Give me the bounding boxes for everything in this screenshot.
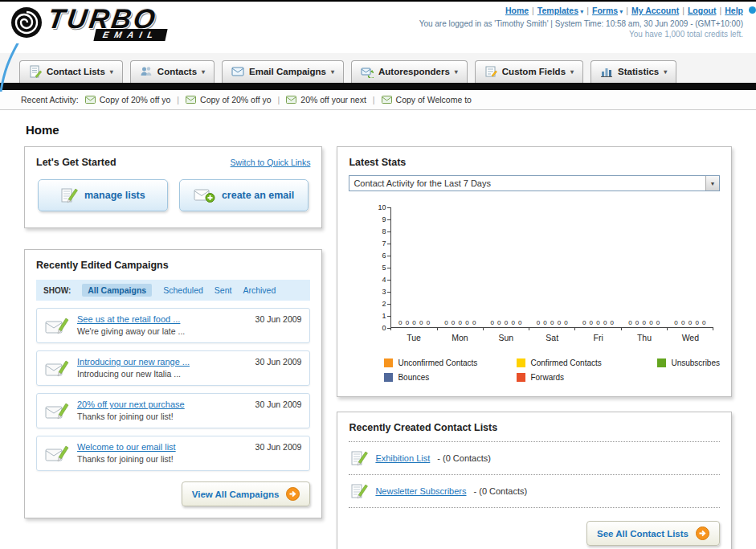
stats-panel: Latest Stats Contact Activity for the La… — [337, 146, 732, 397]
legend-item-bounces: Bounces — [384, 373, 517, 382]
contact-list-name-link[interactable]: Newsletter Subscribers — [375, 486, 466, 496]
recent-activity-item[interactable]: 20% off your next — [286, 95, 366, 104]
legend-item-forwards: Forwards — [517, 373, 657, 382]
nav-tab-contact-lists[interactable]: Contact Lists▾ — [19, 60, 123, 83]
campaign-row: 20% off your next purchaseThanks for joi… — [36, 393, 310, 428]
app-logo[interactable]: TURBO EMAIL — [10, 5, 210, 41]
legend-swatch — [384, 358, 393, 367]
top-link-forms[interactable]: Forms — [592, 6, 618, 15]
legend-item-confirmed-contacts: Confirmed Contacts — [517, 358, 657, 367]
campaign-title-link[interactable]: Welcome to our email list — [77, 442, 247, 452]
recent-activity-item[interactable]: Copy of Welcome to — [382, 95, 472, 104]
nav-tab-contacts[interactable]: Contacts▾ — [130, 60, 215, 83]
logo-subtitle: EMAIL — [93, 29, 167, 41]
stats-period-select[interactable]: Contact Activity for the Last 7 Days ▼ — [349, 175, 720, 191]
campaign-date: 30 Jun 2009 — [255, 357, 302, 379]
campaigns-panel: Recently Edited Campaigns SHOW: All Camp… — [24, 249, 322, 518]
campaign-tab-sent[interactable]: Sent — [215, 285, 232, 295]
orange-arrow-icon — [286, 487, 300, 501]
contact-list-items: Exhibition List- (0 Contacts)Newsletter … — [349, 441, 720, 508]
see-all-contact-lists-label: See All Contact Lists — [597, 529, 689, 539]
envelope-icon — [382, 96, 392, 104]
recent-activity-item[interactable]: Copy of 20% off yo — [85, 95, 171, 104]
legend-swatch — [517, 358, 525, 367]
envelope-icon — [186, 96, 196, 104]
campaign-row: Welcome to our email listThanks for join… — [36, 436, 310, 471]
recent-activity-item-label: Copy of 20% off yo — [200, 95, 272, 104]
x-axis-label: Tue — [390, 333, 436, 342]
chevron-down-icon: ▾ — [331, 68, 334, 76]
nav-tab-autoresponders[interactable]: Autoresponders▾ — [351, 60, 468, 83]
legend-swatch — [384, 373, 393, 382]
nav-tab-label: Custom Fields — [502, 67, 566, 76]
legend-label: Bounces — [398, 373, 429, 382]
email-edit-icon — [45, 357, 69, 379]
campaign-date: 30 Jun 2009 — [255, 399, 302, 421]
campaign-list: See us at the retail food ...We're givin… — [36, 308, 310, 471]
get-started-panel: Let's Get Started Switch to Quick Links … — [24, 146, 322, 228]
chevron-down-icon: ▾ — [202, 68, 205, 76]
pencil-paper-icon — [350, 449, 368, 467]
switch-quick-links-link[interactable]: Switch to Quick Links — [231, 158, 311, 167]
campaign-subtitle: Introducing our new Italia ... — [77, 369, 247, 379]
view-all-campaigns-button[interactable]: View All Campaigns — [182, 481, 311, 506]
stats-chart: 109876543210 0 0 0 0 00 0 0 0 00 0 0 0 0… — [349, 207, 720, 342]
envelope-plus-icon — [194, 187, 215, 203]
contact-list-row: Newsletter Subscribers- (0 Contacts) — [349, 475, 720, 508]
recent-activity-item-label: Copy of 20% off yo — [100, 95, 171, 104]
campaign-tab-archived[interactable]: Archived — [243, 285, 276, 295]
manage-lists-label: manage lists — [84, 190, 145, 201]
campaign-title-link[interactable]: Introducing our new range ... — [77, 357, 247, 367]
recent-activity-item[interactable]: Copy of 20% off yo — [186, 95, 272, 104]
recent-activity-item-label: Copy of Welcome to — [396, 95, 472, 104]
chart-value-group: 0 0 0 0 0 — [484, 319, 529, 326]
contacts-icon — [140, 65, 153, 78]
chevron-down-icon: ▼ — [705, 176, 719, 191]
nav-tab-label: Email Campaigns — [249, 67, 326, 76]
contact-lists-title: Recently Created Contact Lists — [349, 422, 720, 433]
top-link-my-account[interactable]: My Account — [631, 6, 679, 15]
nav-tab-label: Contacts — [157, 67, 197, 76]
contact-list-count: - (0 Contacts) — [474, 486, 528, 496]
contact-list-name-link[interactable]: Exhibition List — [375, 453, 430, 463]
header-right: Home|Templates ▾|Forms ▾|My Account|Logo… — [419, 6, 743, 39]
campaign-title-link[interactable]: See us at the retail food ... — [77, 314, 247, 324]
chart-value-group: 0 0 0 0 0 — [622, 319, 668, 326]
chart-value-labels: 0 0 0 0 00 0 0 0 00 0 0 0 00 0 0 0 00 0 … — [391, 319, 713, 326]
nav-tab-statistics[interactable]: Statistics▾ — [590, 60, 676, 83]
legend-item-unsubscribes: Unsubscribes — [657, 358, 720, 367]
create-email-button[interactable]: create an email — [179, 179, 309, 211]
legend-label: Confirmed Contacts — [530, 358, 601, 367]
x-axis-label: Mon — [437, 333, 483, 342]
email-edit-icon — [45, 314, 69, 336]
chevron-down-icon: ▾ — [455, 68, 458, 76]
chart-y-axis: 109876543210 — [370, 207, 390, 328]
create-email-label: create an email — [222, 190, 294, 201]
top-link-home[interactable]: Home — [505, 6, 529, 15]
recent-activity-bar: Recent Activity: Copy of 20% off yo|Copy… — [0, 90, 756, 110]
nav-tab-email-campaigns[interactable]: Email Campaigns▾ — [222, 60, 344, 83]
campaign-tab-all-campaigns[interactable]: All Campaigns — [82, 284, 152, 297]
contact-list-count: - (0 Contacts) — [437, 453, 491, 463]
page-title: Home — [26, 123, 732, 137]
nav-tab-custom-fields[interactable]: Custom Fields▾ — [475, 60, 583, 83]
main-content: Home Let's Get Started Switch to Quick L… — [0, 110, 756, 549]
decoration-swoosh — [0, 43, 21, 92]
get-started-title: Let's Get Started — [36, 157, 116, 168]
manage-lists-button[interactable]: manage lists — [38, 179, 168, 211]
chart-value-group: 0 0 0 0 0 — [575, 319, 621, 326]
envelope-icon — [286, 96, 296, 104]
legend-item-unconfirmed-contacts: Unconfirmed Contacts — [384, 358, 517, 367]
contact-lists-panel: Recently Created Contact Lists Exhibitio… — [337, 412, 732, 549]
campaign-tab-scheduled[interactable]: Scheduled — [163, 285, 203, 295]
nav-tab-label: Autoresponders — [378, 67, 450, 76]
custom-fields-icon — [484, 65, 497, 78]
left-column: Let's Get Started Switch to Quick Links … — [24, 146, 322, 518]
campaign-title-link[interactable]: 20% off your next purchase — [77, 399, 247, 409]
stats-title: Latest Stats — [349, 157, 720, 168]
see-all-contact-lists-button[interactable]: See All Contact Lists — [586, 521, 720, 546]
top-link-help[interactable]: Help — [725, 6, 743, 15]
chart-value-group: 0 0 0 0 0 — [391, 319, 437, 326]
top-link-templates[interactable]: Templates — [537, 6, 578, 15]
top-link-logout[interactable]: Logout — [688, 6, 717, 15]
